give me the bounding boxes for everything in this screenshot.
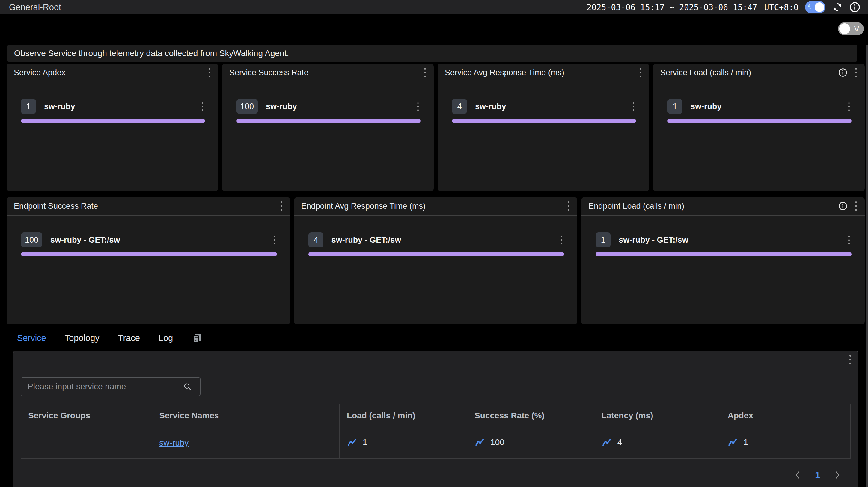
card-endpoint-avg-response-time: Endpoint Avg Response Time (ms) 4 sw-rub… (294, 197, 578, 325)
next-page-button[interactable] (834, 471, 841, 479)
trend-line-icon (727, 438, 738, 446)
dashboard-toolbar: V (0, 14, 868, 45)
metric-bar (21, 119, 205, 123)
edit-toggle-label: V (854, 24, 859, 34)
card-service-avg-response-time: Service Avg Response Time (ms) 4 sw-ruby (438, 64, 649, 191)
card-title: Service Load (calls / min) (660, 68, 751, 78)
cell-latency: 4 (594, 427, 720, 458)
trend-line-icon (347, 438, 357, 446)
tab-service[interactable]: Service (17, 333, 46, 343)
edit-mode-toggle[interactable]: V (838, 22, 864, 35)
metric-label: sw-ruby (475, 102, 631, 111)
kebab-menu-icon[interactable] (853, 67, 859, 79)
card-title: Service Avg Response Time (ms) (445, 68, 564, 78)
card-endpoint-load: Endpoint Load (calls / min) 1 sw-ruby - … (581, 197, 865, 325)
table-row: sw-ruby 1 100 (21, 427, 850, 458)
cell-success-rate: 100 (467, 427, 594, 458)
refresh-icon (832, 2, 843, 12)
info-button[interactable] (849, 2, 860, 12)
card-title: Endpoint Avg Response Time (ms) (301, 202, 426, 211)
kebab-menu-icon[interactable] (559, 235, 564, 246)
cell-service-group (21, 427, 152, 458)
description-banner: Observe Service through telemetry data c… (7, 45, 857, 62)
card-title: Service Apdex (14, 68, 66, 78)
card-service-apdex: Service Apdex 1 sw-ruby (7, 64, 218, 191)
metric-bar (308, 252, 564, 256)
kebab-menu-icon[interactable] (638, 67, 643, 79)
service-list-panel: Service Groups Service Names Load (calls… (13, 351, 858, 487)
kebab-menu-icon[interactable] (853, 200, 859, 212)
search-button[interactable] (174, 377, 200, 396)
service-search-input[interactable] (21, 377, 174, 396)
col-latency: Latency (ms) (594, 404, 720, 427)
col-service-names: Service Names (152, 404, 340, 427)
kebab-menu-icon[interactable] (846, 101, 851, 112)
copy-icon (191, 333, 202, 343)
metric-label: sw-ruby - GET:/sw (332, 235, 559, 245)
metric-label: sw-ruby (690, 102, 846, 111)
card-title: Service Success Rate (229, 68, 308, 78)
timezone-label[interactable]: UTC+8:0 (764, 3, 799, 12)
metric-label: sw-ruby (266, 102, 415, 111)
col-success-rate: Success Rate (%) (467, 404, 594, 427)
metric-value-badge: 1 (595, 233, 611, 247)
cell-load: 1 (339, 427, 467, 458)
service-name-link[interactable]: sw-ruby (159, 438, 188, 448)
page-scrollbar[interactable] (866, 45, 868, 487)
prev-page-button[interactable] (794, 471, 801, 479)
kebab-menu-icon[interactable] (848, 354, 853, 366)
kebab-menu-icon[interactable] (272, 235, 277, 246)
card-info-icon[interactable] (838, 68, 847, 77)
top-bar: General-Root 2025-03-06 15:17 ~ 2025-03-… (0, 0, 868, 14)
service-metric-cards: Service Apdex 1 sw-ruby Service Success … (7, 64, 865, 191)
time-range[interactable]: 2025-03-06 15:17 ~ 2025-03-06 15:47 (587, 3, 757, 12)
metric-bar (21, 252, 277, 256)
tab-topology[interactable]: Topology (65, 333, 99, 343)
metric-value-badge: 100 (237, 99, 258, 114)
tab-trace[interactable]: Trace (118, 333, 140, 343)
col-service-groups: Service Groups (21, 404, 152, 427)
metric-value-badge: 4 (308, 233, 323, 247)
moon-icon: ☾ (808, 2, 814, 11)
trend-line-icon (601, 438, 612, 446)
kebab-menu-icon[interactable] (279, 200, 284, 212)
card-endpoint-success-rate: Endpoint Success Rate 100 sw-ruby - GET:… (7, 197, 290, 325)
card-title: Endpoint Success Rate (14, 202, 98, 211)
theme-toggle-knob (815, 2, 824, 12)
kebab-menu-icon[interactable] (200, 101, 205, 112)
skywalking-agent-link[interactable]: Observe Service through telemetry data c… (14, 49, 289, 58)
theme-toggle[interactable]: ☾ (805, 1, 826, 13)
topbar-controls: 2025-03-06 15:17 ~ 2025-03-06 15:47 UTC+… (587, 1, 860, 13)
card-service-load: Service Load (calls / min) 1 sw-ruby (653, 64, 865, 191)
kebab-menu-icon[interactable] (631, 101, 636, 112)
edit-toggle-knob (839, 23, 850, 34)
cell-service-name: sw-ruby (152, 427, 340, 458)
copy-widget-button[interactable] (191, 333, 202, 343)
metric-bar (595, 252, 851, 256)
metric-value-badge: 1 (21, 99, 36, 114)
metric-bar (668, 119, 851, 123)
service-table: Service Groups Service Names Load (calls… (21, 404, 850, 458)
col-load: Load (calls / min) (339, 404, 467, 427)
card-info-icon[interactable] (838, 202, 847, 211)
page-number[interactable]: 1 (815, 470, 820, 480)
kebab-menu-icon[interactable] (422, 67, 428, 79)
panel-toolbar (13, 351, 858, 368)
page-title: General-Root (9, 2, 61, 12)
info-icon (849, 2, 860, 12)
kebab-menu-icon[interactable] (415, 101, 421, 112)
service-search-row (13, 368, 858, 396)
pagination: 1 (13, 470, 858, 480)
metric-value-badge: 1 (668, 99, 682, 114)
metric-label: sw-ruby - GET:/sw (50, 235, 272, 245)
kebab-menu-icon[interactable] (207, 67, 212, 79)
table-header-row: Service Groups Service Names Load (calls… (21, 404, 850, 427)
card-service-success-rate: Service Success Rate 100 sw-ruby (222, 64, 434, 191)
metric-label: sw-ruby - GET:/sw (619, 235, 846, 245)
endpoint-metric-cards: Endpoint Success Rate 100 sw-ruby - GET:… (7, 197, 865, 325)
kebab-menu-icon[interactable] (566, 200, 571, 212)
refresh-button[interactable] (832, 2, 843, 12)
kebab-menu-icon[interactable] (846, 235, 851, 246)
tab-log[interactable]: Log (159, 333, 173, 343)
metric-label: sw-ruby (44, 102, 200, 111)
